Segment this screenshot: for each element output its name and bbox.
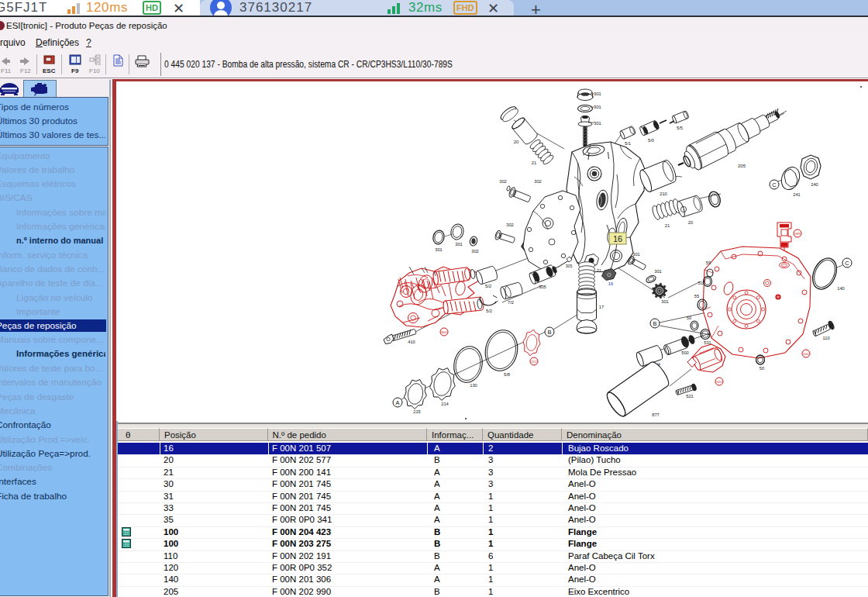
svg-text:800: 800 bbox=[442, 330, 448, 334]
svg-text:214: 214 bbox=[441, 402, 449, 406]
svg-text:241: 241 bbox=[793, 192, 801, 197]
svg-text:877: 877 bbox=[652, 412, 660, 417]
svg-text:305: 305 bbox=[539, 285, 546, 289]
svg-text:305: 305 bbox=[566, 264, 573, 268]
svg-text:5/8: 5/8 bbox=[504, 372, 510, 377]
svg-text:5/2: 5/2 bbox=[486, 309, 492, 313]
svg-text:20: 20 bbox=[514, 140, 518, 144]
svg-text:301: 301 bbox=[661, 299, 669, 304]
svg-text:302: 302 bbox=[499, 179, 507, 184]
svg-text:301: 301 bbox=[435, 247, 443, 252]
svg-text:205: 205 bbox=[738, 164, 746, 168]
svg-text:A: A bbox=[395, 399, 399, 406]
svg-text:5/5: 5/5 bbox=[677, 126, 683, 130]
svg-text:5/1: 5/1 bbox=[625, 141, 631, 146]
svg-text:301: 301 bbox=[632, 252, 640, 257]
svg-text:140: 140 bbox=[837, 286, 845, 291]
svg-text:16: 16 bbox=[608, 281, 613, 286]
svg-text:301: 301 bbox=[594, 105, 601, 109]
svg-text:21: 21 bbox=[532, 160, 536, 165]
svg-text:301: 301 bbox=[594, 121, 601, 126]
svg-text:302: 302 bbox=[471, 249, 479, 254]
svg-text:51: 51 bbox=[698, 281, 703, 285]
svg-text:302: 302 bbox=[534, 179, 542, 184]
svg-text:599: 599 bbox=[795, 232, 801, 236]
svg-text:59: 59 bbox=[706, 261, 711, 265]
svg-text:215: 215 bbox=[413, 409, 421, 414]
svg-text:130: 130 bbox=[470, 383, 477, 388]
svg-text:210: 210 bbox=[660, 192, 667, 196]
svg-text:110: 110 bbox=[822, 336, 829, 340]
svg-text:301: 301 bbox=[594, 91, 601, 96]
svg-text:16: 16 bbox=[613, 234, 622, 243]
svg-text:5/0: 5/0 bbox=[648, 138, 654, 143]
svg-text:C: C bbox=[845, 260, 849, 267]
svg-text:521: 521 bbox=[686, 394, 694, 399]
svg-text:5/2: 5/2 bbox=[485, 284, 491, 288]
svg-text:520: 520 bbox=[717, 380, 723, 384]
svg-text:301: 301 bbox=[455, 242, 463, 247]
svg-text:7/2: 7/2 bbox=[508, 300, 514, 305]
svg-text:50: 50 bbox=[760, 366, 764, 371]
svg-text:240: 240 bbox=[811, 182, 818, 187]
svg-text:21: 21 bbox=[597, 268, 601, 273]
svg-text:21: 21 bbox=[665, 223, 670, 228]
svg-text:212: 212 bbox=[532, 360, 538, 364]
svg-text:C: C bbox=[772, 181, 777, 188]
svg-text:B: B bbox=[653, 320, 656, 327]
svg-text:50: 50 bbox=[687, 316, 691, 320]
svg-text:100: 100 bbox=[804, 352, 810, 356]
svg-text:302: 302 bbox=[506, 223, 514, 227]
svg-text:17: 17 bbox=[599, 305, 604, 309]
svg-text:410: 410 bbox=[408, 340, 415, 344]
svg-text:301: 301 bbox=[654, 269, 662, 274]
svg-text:500: 500 bbox=[681, 350, 689, 355]
svg-text:B: B bbox=[547, 329, 551, 336]
svg-text:55: 55 bbox=[694, 294, 699, 298]
svg-text:20: 20 bbox=[688, 220, 693, 225]
